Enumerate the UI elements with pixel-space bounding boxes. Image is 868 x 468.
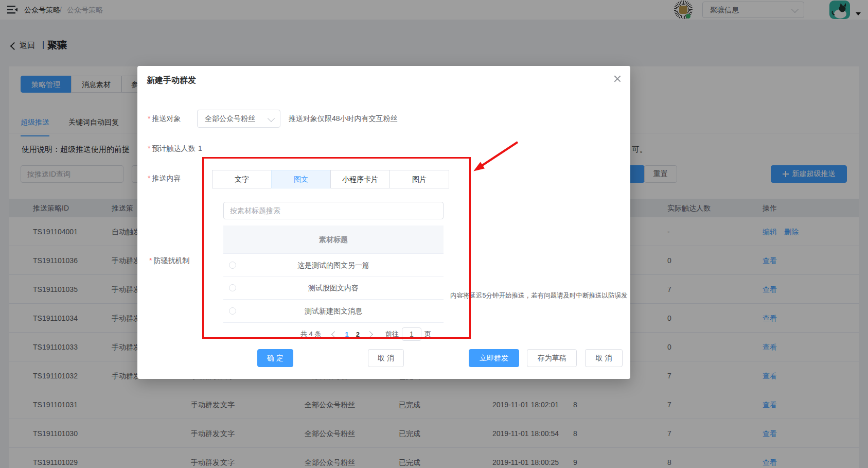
- chevron-down-icon: [268, 115, 275, 122]
- anti-harassment-note: 内容将延迟5分钟开始推送，若有问题请及时中断推送以防误发: [450, 291, 627, 300]
- page-number-2[interactable]: 2: [356, 331, 360, 338]
- send-now-button[interactable]: 立即群发: [469, 349, 519, 367]
- material-row[interactable]: 测试新建图文消息: [223, 300, 444, 323]
- save-draft-button[interactable]: 存为草稿: [527, 349, 577, 367]
- radio-icon[interactable]: [229, 284, 236, 291]
- screen: 公众号策略 / 公众号策略 聚骧信息 返回 | 聚骧 策略管理 消息素材 参 超…: [0, 0, 868, 468]
- new-manual-broadcast-modal: 新建手动群发 推送对象 全部公众号粉丝 推送对象仅限48小时内有交互粉丝 预计触…: [137, 66, 630, 379]
- material-row[interactable]: 测试股图文内容: [223, 276, 444, 300]
- push-target-value: 全部公众号粉丝: [205, 110, 255, 127]
- material-title: 测试股图文内容: [223, 276, 444, 300]
- push-target-select[interactable]: 全部公众号粉丝: [197, 110, 280, 128]
- confirm-button[interactable]: 确 定: [257, 349, 293, 367]
- required-asterisk: [149, 256, 152, 265]
- radio-icon[interactable]: [229, 307, 236, 315]
- estimated-reach-value: 1: [198, 144, 202, 152]
- next-page-icon[interactable]: [366, 331, 373, 338]
- cancel-button-selector[interactable]: 取 消: [368, 349, 404, 367]
- field-label-push-target: 推送对象: [148, 114, 181, 124]
- material-title: 测试新建图文消息: [223, 300, 444, 323]
- goto-page-input[interactable]: [402, 327, 421, 341]
- content-tab-image[interactable]: 图片: [389, 170, 449, 188]
- material-title: 这是测试的图文另一篇: [223, 254, 444, 277]
- required-asterisk: [148, 174, 150, 182]
- material-search-input[interactable]: [223, 202, 444, 219]
- content-tab-article[interactable]: 图文: [271, 170, 331, 188]
- radio-icon[interactable]: [229, 262, 236, 269]
- close-icon[interactable]: [613, 74, 622, 83]
- field-label-estimated-reach: 预计触达人数: [148, 144, 195, 153]
- material-list-header: 素材标题: [223, 226, 444, 253]
- cancel-button-modal[interactable]: 取 消: [585, 349, 623, 367]
- content-tab-text[interactable]: 文字: [212, 170, 272, 188]
- page-number-1[interactable]: 1: [345, 331, 348, 338]
- required-asterisk: [148, 144, 150, 152]
- prev-page-icon[interactable]: [332, 331, 339, 338]
- required-asterisk: [148, 114, 150, 123]
- content-type-tabs: 文字 图文 小程序卡片 图片: [212, 170, 449, 188]
- goto-unit: 页: [424, 330, 431, 339]
- field-label-push-content: 推送内容: [148, 174, 181, 183]
- content-tab-miniprogram-card[interactable]: 小程序卡片: [330, 170, 390, 188]
- field-label-anti-harassment: 防骚扰机制: [149, 256, 189, 266]
- material-row[interactable]: 这是测试的图文另一篇: [223, 253, 444, 276]
- goto-label: 前往: [385, 330, 399, 339]
- pagination-total: 共 4 条: [300, 330, 321, 339]
- pagination: 共 4 条 1 2 前往 页: [223, 326, 450, 342]
- push-target-note: 推送对象仅限48小时内有交互粉丝: [289, 114, 398, 124]
- modal-title: 新建手动群发: [147, 75, 196, 86]
